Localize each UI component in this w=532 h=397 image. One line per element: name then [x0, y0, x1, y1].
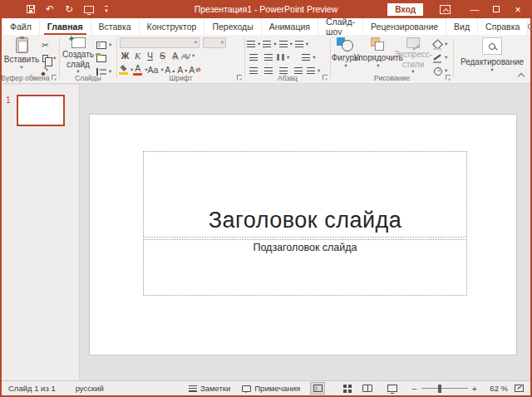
quick-access-toolbar: ↶ ↻ ▾: [0, 4, 108, 14]
tab-insert[interactable]: Вставка: [91, 18, 140, 35]
maximize-button[interactable]: [485, 0, 507, 18]
quick-styles-icon: [406, 37, 420, 48]
start-slideshow-icon[interactable]: [84, 6, 94, 13]
slide-workspace: Заголовок слайда Подзаголовок слайда: [80, 85, 530, 380]
arrange-button[interactable]: Упорядочить ▾: [359, 37, 397, 68]
group-font: ▾ ▾ Ж К Ч S А AV А Aa А▴ А▾ А: [117, 35, 244, 83]
notes-icon: [189, 385, 197, 392]
chevron-down-icon: ▾: [377, 63, 379, 69]
italic-button[interactable]: К: [131, 50, 144, 61]
text-direction-button[interactable]: [295, 38, 308, 50]
status-bar: Слайд 1 из 1 русский Заметки Примечания …: [2, 380, 530, 395]
tab-slideshow[interactable]: Слайд-шоу: [318, 18, 363, 35]
shape-fill-button[interactable]: [431, 38, 447, 50]
undo-icon[interactable]: ↶: [46, 4, 54, 14]
strikethrough-button[interactable]: S: [156, 50, 169, 61]
zoom-slider[interactable]: [421, 388, 468, 390]
tab-view[interactable]: Вид: [446, 18, 478, 35]
tab-design[interactable]: Конструктор: [140, 18, 205, 35]
subtitle-placeholder[interactable]: Подзаголовок слайда: [143, 239, 467, 296]
notes-toggle[interactable]: Заметки: [189, 384, 230, 393]
text-shadow-button[interactable]: А: [169, 50, 181, 61]
slide-canvas[interactable]: Заголовок слайда Подзаголовок слайда: [89, 114, 517, 355]
ribbon-tabs: Файл Главная Вставка Конструктор Переход…: [0, 18, 532, 35]
tab-transitions[interactable]: Переходы: [204, 18, 261, 35]
tab-help[interactable]: Справка: [478, 18, 528, 35]
view-normal-button[interactable]: [310, 382, 325, 395]
shrink-arrow-icon: ▾: [185, 67, 187, 73]
tab-home[interactable]: Главная: [40, 18, 91, 35]
save-icon[interactable]: [27, 5, 35, 13]
scissors-icon: ✂: [39, 39, 52, 51]
redo-icon[interactable]: ↻: [65, 4, 73, 14]
dialog-launcher-icon[interactable]: [237, 75, 242, 80]
tab-file[interactable]: Файл: [2, 18, 40, 35]
layout-button[interactable]: [95, 39, 111, 51]
new-slide-label: Создать слайд: [62, 50, 95, 69]
paste-button[interactable]: Вставить ▾: [4, 37, 39, 70]
shape-outline-icon: [432, 53, 442, 61]
minimize-button[interactable]: —: [464, 0, 485, 18]
close-button[interactable]: ×: [507, 0, 529, 18]
dialog-launcher-icon[interactable]: [446, 75, 451, 80]
eraser-icon: [196, 67, 201, 71]
numbering-button[interactable]: [263, 38, 276, 50]
zoom-out-button[interactable]: −: [411, 384, 416, 394]
underline-button[interactable]: Ч: [144, 50, 156, 61]
group-paragraph: Абзац: [245, 35, 330, 83]
columns-button[interactable]: [277, 51, 289, 63]
zoom-in-button[interactable]: +: [472, 384, 477, 394]
shape-outline-button[interactable]: [431, 51, 447, 63]
font-color-letter: А: [135, 64, 140, 73]
slide-thumbnail[interactable]: [17, 95, 65, 126]
group-label-clipboard: Буфер обмена: [0, 74, 51, 82]
comments-toggle[interactable]: Примечания: [242, 384, 300, 393]
font-size-select[interactable]: ▾: [203, 37, 226, 48]
character-spacing-button[interactable]: AV: [181, 50, 194, 61]
zoom-level[interactable]: 62 %: [485, 384, 508, 393]
font-name-select[interactable]: ▾: [120, 37, 200, 48]
copy-button[interactable]: [39, 52, 56, 64]
align-text-icon: [302, 54, 310, 61]
group-label-slides: Слайды: [60, 74, 116, 82]
paste-clipboard-icon: [16, 37, 28, 53]
group-label-paragraph: Абзац: [245, 74, 330, 82]
align-left-icon: [249, 67, 258, 74]
cut-button[interactable]: ✂: [39, 39, 52, 51]
editing-button[interactable]: Редактирование ▾: [459, 37, 525, 72]
numbering-icon: [263, 41, 271, 47]
chevron-down-icon: ▾: [20, 65, 22, 71]
new-slide-icon: [71, 37, 86, 48]
justify-icon: [294, 67, 303, 74]
decrease-indent-button[interactable]: [247, 51, 259, 63]
quick-styles-button[interactable]: Экспресс-стили ▾: [397, 37, 429, 75]
tab-animations[interactable]: Анимация: [262, 18, 318, 35]
tab-review[interactable]: Рецензирование: [363, 18, 446, 35]
fit-slide-to-window-icon[interactable]: [515, 385, 524, 392]
customize-qat-dropdown-icon[interactable]: ▾: [105, 6, 108, 13]
line-spacing-button[interactable]: [279, 38, 293, 50]
copy-icon: [42, 55, 48, 62]
align-text-button[interactable]: [302, 51, 315, 63]
view-reading-button[interactable]: [360, 382, 375, 395]
shapes-icon: [337, 37, 355, 51]
slide-layout-icon: [96, 42, 106, 49]
title-placeholder[interactable]: Заголовок слайда: [143, 151, 467, 238]
new-slide-button[interactable]: Создать слайд ▾: [62, 37, 95, 75]
normal-view-icon: [313, 385, 323, 392]
dialog-launcher-icon[interactable]: [52, 75, 57, 80]
language-indicator[interactable]: русский: [76, 384, 104, 393]
reset-slide-button[interactable]: [95, 52, 107, 64]
view-slide-sorter-button[interactable]: [335, 382, 350, 395]
sign-in-button[interactable]: Вход: [387, 3, 423, 16]
decrease-indent-icon: [249, 54, 258, 61]
zoom-slider-thumb[interactable]: [438, 385, 441, 393]
dialog-launcher-icon[interactable]: [323, 75, 328, 80]
ribbon-display-options-icon[interactable]: [440, 5, 451, 14]
increase-indent-button[interactable]: [262, 51, 274, 63]
columns-icon: [277, 54, 284, 61]
bold-button[interactable]: Ж: [119, 50, 131, 61]
collapse-ribbon-button[interactable]: [516, 71, 526, 79]
bullets-button[interactable]: [247, 38, 260, 50]
view-slideshow-button[interactable]: [385, 382, 400, 395]
